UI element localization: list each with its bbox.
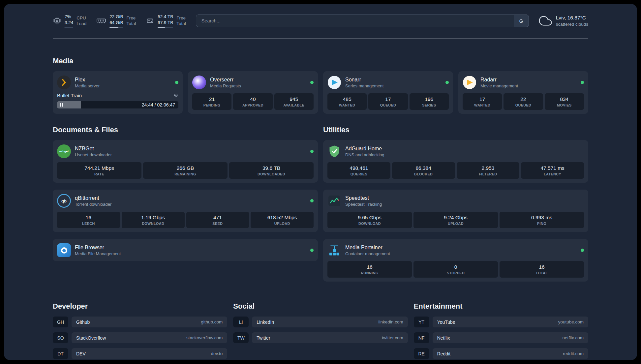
- playback-progress-bar[interactable]: 24:44 / 02:06:47: [57, 101, 178, 108]
- stat-value: 22: [505, 96, 541, 102]
- stat-label: PING: [501, 222, 583, 226]
- stat-download: 9.65 Gbps DOWNLOAD: [327, 212, 412, 228]
- sonarr-icon: [327, 76, 341, 89]
- stat-value: 471: [188, 215, 248, 221]
- bookmark-group-entertainment: Entertainment YT YouTube youtube.com NF …: [414, 302, 588, 359]
- bookmark-twitter[interactable]: TW Twitter twitter.com: [233, 332, 408, 343]
- weather-widget: Lviv, 16.87°C scattered clouds: [539, 14, 588, 27]
- service-card-nzbget[interactable]: nzbget NZBGet Usenet downloader 744.21 M…: [53, 140, 318, 183]
- qbittorrent-icon: qb: [57, 194, 71, 208]
- service-card-plex[interactable]: Plex Media server Bullet Train: [53, 71, 183, 114]
- bookmark-abbr: DT: [53, 348, 68, 359]
- plex-title-block: Plex Media server: [75, 77, 100, 88]
- filebrowser-title-block: File Browser Media File Management: [75, 245, 121, 256]
- bookmark-domain: dev.to: [211, 351, 223, 356]
- disk-progress-fill: [158, 27, 165, 28]
- stat-label: SEED: [188, 222, 248, 226]
- disk-labels: Free Total: [176, 15, 186, 27]
- service-name: AdGuard Home: [345, 146, 384, 152]
- search-provider-button[interactable]: G: [514, 15, 529, 27]
- nzbget-icon-label: nzbget: [59, 150, 69, 153]
- nzbget-stats: 744.21 Mbps RATE 266 GB REMAINING 39.6 T…: [57, 162, 314, 179]
- bookmark-name: Github: [76, 319, 90, 325]
- settings-gear-icon[interactable]: [173, 93, 178, 98]
- bookmark-group-developer: Developer GH Github github.com SO StackO…: [53, 302, 227, 359]
- bookmark-name: LinkedIn: [257, 319, 274, 325]
- bookmark-linkedin[interactable]: LI LinkedIn linkedin.com: [233, 317, 408, 327]
- memory-total-value: 64 GiB: [109, 20, 123, 26]
- plex-header: Plex Media server: [57, 76, 178, 89]
- service-desc: Usenet downloader: [75, 152, 112, 157]
- service-card-speedtest[interactable]: Speedtest Speedtest Tracking 9.65 Gbps D…: [323, 190, 588, 232]
- status-dot: [310, 81, 314, 84]
- stat-queries: 498,461 QUERIES: [327, 162, 390, 179]
- overseerr-stats: 21 PENDING 40 APPROVED 945 AVAILABLE: [192, 93, 314, 110]
- service-desc: DNS and adblocking: [345, 152, 384, 157]
- service-card-adguard[interactable]: AdGuard Home DNS and adblocking 498,461 …: [323, 140, 588, 183]
- weather-condition: scattered clouds: [556, 22, 588, 27]
- overseerr-header: Overseerr Media Requests: [192, 76, 314, 89]
- developer-group-title: Developer: [53, 302, 227, 311]
- bookmark-name: Netflix: [437, 335, 450, 341]
- stat-value: 9.24 Gbps: [415, 215, 497, 221]
- stat-label: REMAINING: [144, 172, 226, 176]
- portainer-crane-icon: [327, 243, 341, 257]
- stat-value: 39.6 TB: [230, 165, 312, 171]
- cpu-chip-icon: [53, 16, 61, 25]
- stat-label: DOWNLOAD: [329, 222, 411, 226]
- stat-queued: 22 QUEUED: [504, 93, 543, 110]
- stat-value: 744.21 Mbps: [58, 165, 140, 171]
- service-desc: Media server: [75, 83, 100, 88]
- bookmark-youtube[interactable]: YT YouTube youtube.com: [414, 317, 588, 327]
- developer-bookmark-list: GH Github github.com SO StackOverflow st…: [53, 317, 227, 359]
- bookmark-group-social: Social LI LinkedIn linkedin.com TW Twitt…: [233, 302, 408, 359]
- bookmark-dev[interactable]: DT DEV dev.to: [53, 348, 227, 359]
- search-input[interactable]: [196, 15, 529, 27]
- cpu-label-bottom: Load: [76, 21, 86, 27]
- bookmark-name: DEV: [76, 351, 86, 356]
- stat-value: 485: [329, 96, 365, 102]
- status-dot: [581, 249, 584, 252]
- bookmark-netflix[interactable]: NF Netflix netflix.com: [414, 332, 588, 343]
- search-box: G: [196, 15, 529, 27]
- bookmark-reddit[interactable]: RE Reddit reddit.com: [414, 348, 588, 359]
- service-card-portainer[interactable]: Media Portainer Container management 16 …: [323, 239, 588, 282]
- stat-label: LATENCY: [522, 172, 583, 176]
- plex-now-playing: Bullet Train 24:44 / 02:06:47: [57, 93, 178, 108]
- service-card-filebrowser[interactable]: File Browser Media File Management: [53, 239, 318, 261]
- pause-icon[interactable]: [60, 103, 63, 107]
- stat-label: QUEUED: [370, 103, 406, 107]
- bookmark-stackoverflow[interactable]: SO StackOverflow stackoverflow.com: [53, 332, 227, 343]
- cpu-values: 7% 3.24: [65, 14, 73, 28]
- status-dot: [310, 249, 314, 252]
- disk-drive-icon: [146, 16, 154, 25]
- weather-location: Lviv, 16.87°C: [556, 15, 588, 21]
- bookmarks-area: Developer GH Github github.com SO StackO…: [53, 302, 588, 360]
- service-card-radarr[interactable]: Radarr Movie management 17 WANTED 22 QUE…: [458, 71, 588, 114]
- media-cards-row: Plex Media server Bullet Train: [53, 71, 588, 114]
- middle-columns: Documents & Files nzbget NZBGet Usenet d…: [53, 126, 588, 282]
- memory-label-top: Free: [127, 15, 136, 21]
- stat-label: APPROVED: [234, 103, 271, 107]
- dashboard-frame: 7% 3.24 CPU Load 22 GiB 64 GiB Free: [4, 4, 637, 360]
- service-name: NZBGet: [75, 146, 112, 152]
- service-card-sonarr[interactable]: Sonarr Series management 485 WANTED 17 Q…: [323, 71, 453, 114]
- bookmark-domain: linkedin.com: [379, 319, 403, 324]
- service-card-overseerr[interactable]: Overseerr Media Requests 21 PENDING 40 A…: [188, 71, 318, 114]
- service-desc: Series management: [345, 83, 383, 88]
- cpu-labels: CPU Load: [76, 15, 86, 27]
- speedtest-stats: 9.65 Gbps DOWNLOAD 9.24 Gbps UPLOAD 0.99…: [327, 212, 584, 228]
- stat-value: 47.571 ms: [522, 165, 583, 171]
- stat-seed: 471 SEED: [186, 212, 249, 228]
- bookmark-domain: youtube.com: [558, 319, 584, 324]
- service-card-qbittorrent[interactable]: qb qBittorrent Torrent downloader 16 LEE…: [53, 190, 318, 232]
- stat-value: 2,953: [458, 165, 518, 171]
- section-documents: Documents & Files nzbget NZBGet Usenet d…: [53, 126, 318, 282]
- bookmark-domain: netflix.com: [562, 335, 584, 340]
- status-dot: [175, 81, 178, 84]
- sonarr-title-block: Sonarr Series management: [345, 77, 383, 88]
- stat-value: 16: [329, 264, 411, 270]
- adguard-shield-icon: [327, 144, 341, 158]
- bookmark-bar: Twitter twitter.com: [252, 332, 408, 343]
- bookmark-github[interactable]: GH Github github.com: [53, 317, 227, 327]
